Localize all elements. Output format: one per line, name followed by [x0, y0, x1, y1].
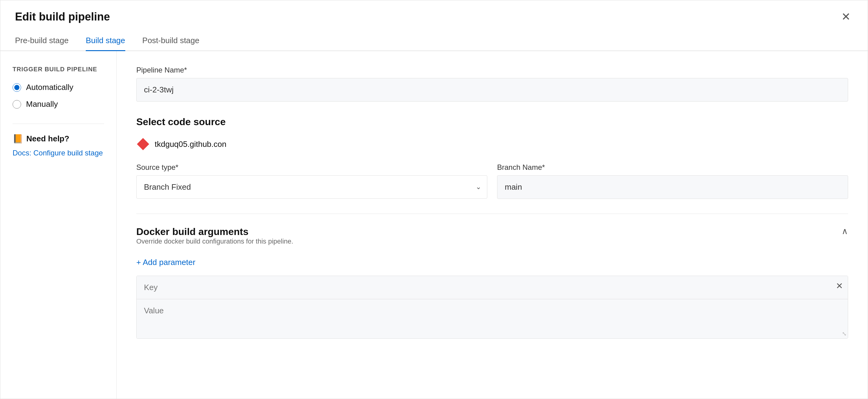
- help-icon: 📙: [12, 134, 23, 144]
- param-close-button[interactable]: ✕: [836, 281, 843, 291]
- tab-pre-build[interactable]: Pre-build stage: [15, 31, 69, 51]
- docker-header-text: Docker build arguments Override docker b…: [136, 226, 293, 255]
- branch-name-input[interactable]: [497, 175, 848, 199]
- docker-section: Docker build arguments Override docker b…: [136, 213, 848, 339]
- sidebar-divider: [12, 124, 104, 124]
- trigger-radio-group: Automatically Manually: [12, 82, 104, 109]
- code-source-row: tkdguq05.github.con: [136, 137, 848, 151]
- branch-name-field: Branch Name*: [497, 163, 848, 199]
- param-key-row: [136, 276, 848, 299]
- sidebar: TRIGGER BUILD PIPELINE Automatically Man…: [0, 51, 117, 399]
- close-button[interactable]: ✕: [839, 9, 853, 25]
- dialog-body: TRIGGER BUILD PIPELINE Automatically Man…: [0, 51, 868, 399]
- radio-manually[interactable]: Manually: [12, 99, 104, 109]
- source-type-select[interactable]: Branch Fixed Branch Pattern Tag: [136, 175, 487, 199]
- radio-automatically-input[interactable]: [12, 83, 21, 92]
- tab-post-build[interactable]: Post-build stage: [143, 31, 199, 51]
- dialog-title: Edit build pipeline: [15, 10, 110, 23]
- source-type-field: Source type* Branch Fixed Branch Pattern…: [136, 163, 487, 199]
- param-value-input[interactable]: [144, 306, 823, 330]
- param-block: ✕ ⤡: [136, 276, 848, 339]
- branch-name-label: Branch Name*: [497, 163, 848, 172]
- docker-title: Docker build arguments: [136, 226, 293, 237]
- resize-handle-icon: ⤡: [842, 330, 846, 337]
- github-icon: [136, 137, 150, 151]
- docker-collapse-button[interactable]: ∧: [842, 226, 848, 236]
- param-key-input[interactable]: [144, 283, 823, 292]
- docker-header: Docker build arguments Override docker b…: [136, 226, 848, 255]
- pipeline-name-section: Pipeline Name*: [136, 66, 848, 102]
- code-source-heading: Select code source: [136, 116, 848, 128]
- help-docs-link[interactable]: Docs: Configure build stage: [12, 149, 104, 157]
- code-source-section: Select code source tkdguq05.github.con S…: [136, 116, 848, 199]
- trigger-section-title: TRIGGER BUILD PIPELINE: [12, 66, 104, 73]
- dialog-header: Edit build pipeline ✕: [0, 0, 868, 25]
- radio-automatically[interactable]: Automatically: [12, 82, 104, 92]
- main-content: Pipeline Name* Select code source tkdguq…: [117, 51, 868, 399]
- code-source-name: tkdguq05.github.con: [155, 139, 226, 149]
- docker-subtitle: Override docker build configurations for…: [136, 237, 293, 245]
- source-type-branch-row: Source type* Branch Fixed Branch Pattern…: [136, 163, 848, 199]
- help-section: 📙 Need help? Docs: Configure build stage: [12, 134, 104, 157]
- help-title: 📙 Need help?: [12, 134, 104, 144]
- radio-manually-input[interactable]: [12, 100, 21, 109]
- add-parameter-button[interactable]: + Add parameter: [136, 258, 195, 267]
- param-value-row: ⤡: [136, 299, 848, 338]
- pipeline-name-input[interactable]: [136, 78, 848, 102]
- source-type-select-wrapper: Branch Fixed Branch Pattern Tag ⌄: [136, 175, 487, 199]
- svg-marker-0: [137, 138, 149, 150]
- tab-build-stage[interactable]: Build stage: [86, 31, 125, 51]
- source-type-label: Source type*: [136, 163, 487, 172]
- help-title-text: Need help?: [26, 134, 69, 143]
- pipeline-name-label: Pipeline Name*: [136, 66, 848, 74]
- tabs-bar: Pre-build stage Build stage Post-build s…: [0, 25, 868, 51]
- radio-automatically-label: Automatically: [26, 82, 73, 92]
- edit-build-pipeline-dialog: Edit build pipeline ✕ Pre-build stage Bu…: [0, 0, 868, 399]
- radio-manually-label: Manually: [26, 99, 58, 109]
